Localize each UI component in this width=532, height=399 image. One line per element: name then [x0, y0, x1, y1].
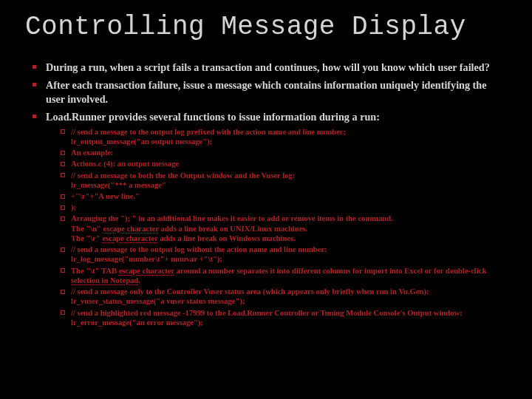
slide: Controlling Message Display During a run… [0, 0, 532, 399]
main-item: Load.Runner provides several functions t… [46, 110, 507, 327]
sub-item: The "\t" TAB escape character around a n… [71, 266, 507, 285]
sub-item: // send a message only to the Controller… [71, 287, 507, 306]
sub-item: // send a message to both the the Output… [71, 171, 507, 190]
sub-item: Actions.c (4): an output message [71, 159, 507, 168]
main-list: During a run, when a script fails a tran… [25, 61, 507, 327]
sub-item: An example: [71, 148, 507, 157]
sub-list: // send a message to the output log pref… [46, 127, 507, 327]
main-text: After each transaction failure, issue a … [46, 79, 487, 104]
main-text: During a run, when a script fails a tran… [46, 61, 490, 73]
underlined-text: escape character [103, 225, 159, 233]
sub-item: Arranging the "); " in an additional lin… [71, 214, 507, 243]
main-item: During a run, when a script fails a tran… [46, 61, 507, 74]
underlined-text: escape character [102, 234, 157, 242]
slide-title: Controlling Message Display [25, 13, 507, 41]
main-item: After each transaction failure, issue a … [46, 78, 507, 106]
main-text: Load.Runner provides several functions t… [46, 111, 380, 123]
sub-item: ); [71, 202, 507, 212]
underlined-text: selection in Notepad [71, 276, 138, 284]
underlined-text: escape character [119, 267, 174, 275]
sub-item: // send a highlighted red message -17999… [71, 308, 507, 327]
sub-item: // send a message to the output log with… [71, 245, 507, 264]
sub-item: // send a message to the output log pref… [71, 127, 507, 146]
sub-item: +"\r"+"A new line." [71, 191, 507, 201]
